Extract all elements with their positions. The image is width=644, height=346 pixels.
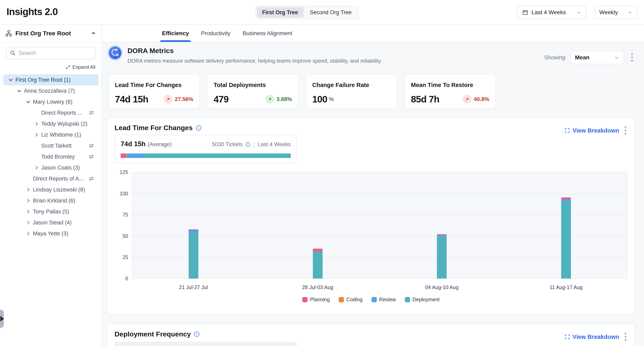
phase-distribution-bar bbox=[120, 153, 291, 158]
tab-business-alignment[interactable]: Business Alignment bbox=[242, 25, 292, 42]
expand-all-button[interactable]: Expand All bbox=[66, 64, 96, 70]
tree-item-label: Todd Bromley bbox=[41, 154, 75, 160]
bar-segment-deployment bbox=[561, 202, 571, 278]
tree-item[interactable]: Mary Lowery (6) bbox=[3, 96, 99, 107]
tree-item[interactable]: First Org Tree Root (1) bbox=[3, 74, 99, 85]
tab-productivity[interactable]: Productivity bbox=[201, 25, 230, 42]
tree-item-label: Anna Scozzafava (7) bbox=[24, 88, 75, 94]
deployment-kebab-menu[interactable] bbox=[622, 331, 628, 342]
tab-efficiency[interactable]: Efficiency bbox=[162, 25, 189, 42]
legend-item-review[interactable]: Review bbox=[372, 297, 396, 302]
tree-item[interactable]: Lindsay Liszewski (8) bbox=[3, 184, 99, 195]
main-area: EfficiencyProductivityBusiness Alignment… bbox=[102, 25, 644, 346]
tree-item-label: Mary Lowery (6) bbox=[33, 99, 72, 105]
legend-item-deployment[interactable]: Deployment bbox=[405, 297, 440, 302]
chart-bar[interactable] bbox=[561, 172, 571, 278]
filter-sliders-icon[interactable] bbox=[88, 143, 94, 149]
chevron-down-icon[interactable] bbox=[26, 99, 31, 104]
filter-sliders-icon[interactable] bbox=[88, 110, 94, 116]
legend-label: Planning bbox=[310, 297, 330, 302]
chevron-right-icon[interactable] bbox=[34, 165, 39, 170]
chevron-down-icon[interactable] bbox=[17, 88, 22, 94]
gridline bbox=[131, 236, 628, 236]
trend-delta: 3.68% bbox=[276, 96, 292, 102]
chevron-right-icon[interactable] bbox=[34, 121, 39, 126]
phase-segment-review bbox=[127, 153, 143, 158]
chart-bar[interactable] bbox=[313, 172, 322, 278]
org-tree-toggle-option[interactable]: First Org Tree bbox=[257, 7, 303, 18]
org-tree-icon bbox=[5, 30, 12, 37]
chart-legend: PlanningCodingReviewDeployment bbox=[107, 297, 635, 302]
sidebar: First Org Tree Root Expand All First Org… bbox=[0, 25, 102, 346]
tree-item[interactable]: Todd Bromley bbox=[3, 151, 99, 162]
tree-item-label: Direct Reports ... bbox=[41, 110, 82, 116]
calendar-icon bbox=[522, 9, 528, 16]
tree-item[interactable]: Teddy Wylupski (2) bbox=[3, 118, 99, 129]
legend-item-planning[interactable]: Planning bbox=[302, 297, 330, 302]
legend-label: Review bbox=[379, 297, 396, 302]
chevron-right-icon[interactable] bbox=[26, 220, 31, 225]
bar-segment-review bbox=[437, 235, 447, 235]
toggle-divider bbox=[304, 8, 304, 17]
bar-segment-deployment bbox=[437, 235, 447, 278]
metric-card-value-row: 74d 15h27.56% bbox=[115, 94, 193, 105]
chevron-down-icon[interactable] bbox=[8, 77, 14, 83]
summary-period: Last 4 Weeks bbox=[258, 141, 291, 148]
granularity-select[interactable]: Weekly bbox=[594, 6, 638, 19]
showing-select[interactable]: Mean bbox=[570, 51, 624, 64]
tree-item[interactable]: Tony Pallas (5) bbox=[3, 206, 99, 217]
chart-plot-area bbox=[131, 172, 628, 278]
tree-item[interactable]: Scott Tarkett bbox=[3, 140, 99, 151]
app-header: Insights 2.0 First Org TreeSecond Org Tr… bbox=[0, 0, 644, 25]
chevron-right-icon[interactable] bbox=[26, 209, 31, 214]
date-range-select[interactable]: Last 4 Weeks bbox=[517, 6, 586, 19]
filter-sliders-icon[interactable] bbox=[88, 176, 94, 182]
gridline bbox=[131, 172, 628, 172]
info-icon[interactable] bbox=[245, 142, 250, 147]
filter-sliders-icon[interactable] bbox=[88, 154, 94, 159]
tree-item[interactable]: Jason Coats (3) bbox=[3, 162, 99, 173]
tree-item-label: Brian Kirkland (6) bbox=[33, 198, 75, 204]
chevron-right-icon[interactable] bbox=[34, 132, 39, 137]
dora-kebab-menu[interactable] bbox=[629, 52, 635, 63]
view-breakdown-button[interactable]: View Breakdown bbox=[564, 333, 619, 340]
y-axis-tick: 0 bbox=[112, 276, 128, 282]
y-axis-tick: 125 bbox=[112, 169, 128, 175]
org-tree-toggle-option[interactable]: Second Org Tree bbox=[304, 7, 357, 18]
tree-item-label: First Org Tree Root (1) bbox=[16, 77, 71, 83]
chevron-right-icon[interactable] bbox=[26, 187, 31, 192]
trend-badge: 27.56% bbox=[164, 95, 193, 104]
header-controls: Last 4 Weeks Weekly bbox=[517, 6, 638, 19]
chart-bar[interactable] bbox=[437, 172, 447, 278]
tree-item[interactable]: Maya Yette (3) bbox=[3, 228, 99, 239]
legend-item-coding[interactable]: Coding bbox=[339, 297, 362, 302]
search-icon bbox=[10, 50, 16, 56]
tree-item[interactable]: Direct Reports ... bbox=[3, 107, 99, 118]
date-range-value: Last 4 Weeks bbox=[532, 9, 573, 16]
tree-item[interactable]: Direct Reports of A... bbox=[3, 173, 99, 184]
legend-swatch bbox=[339, 297, 344, 302]
tree-item[interactable]: Jason Stead (4) bbox=[3, 217, 99, 228]
sidebar-header[interactable]: First Org Tree Root bbox=[0, 25, 102, 42]
tree-item-label: Scott Tarkett bbox=[41, 143, 72, 149]
info-icon[interactable] bbox=[196, 125, 202, 131]
info-icon[interactable] bbox=[194, 331, 200, 337]
chevron-right-icon[interactable] bbox=[26, 198, 31, 203]
tree-item[interactable]: Brian Kirkland (6) bbox=[3, 195, 99, 206]
lead-time-kebab-menu[interactable] bbox=[622, 125, 628, 136]
tree-item-label: Maya Yette (3) bbox=[33, 231, 68, 237]
bar-segment-planning bbox=[561, 197, 571, 199]
content: DORA Metrics DORA metrics measure softwa… bbox=[102, 42, 644, 346]
tree-item[interactable]: Liz Whittome (1) bbox=[3, 129, 99, 140]
y-axis-tick: 50 bbox=[112, 233, 128, 239]
x-axis-label: 28 Jul-03 Aug bbox=[302, 284, 333, 290]
chevron-up-icon[interactable] bbox=[90, 31, 96, 36]
sidebar-collapse-handle[interactable] bbox=[0, 310, 4, 328]
view-breakdown-button[interactable]: View Breakdown bbox=[564, 127, 619, 134]
chart-bar[interactable] bbox=[188, 172, 198, 278]
bar-segment-coding bbox=[188, 230, 198, 230]
search-input[interactable] bbox=[19, 50, 92, 56]
bar-segment-review bbox=[561, 200, 571, 202]
tree-item[interactable]: Anna Scozzafava (7) bbox=[3, 85, 99, 96]
chevron-right-icon[interactable] bbox=[26, 231, 31, 236]
